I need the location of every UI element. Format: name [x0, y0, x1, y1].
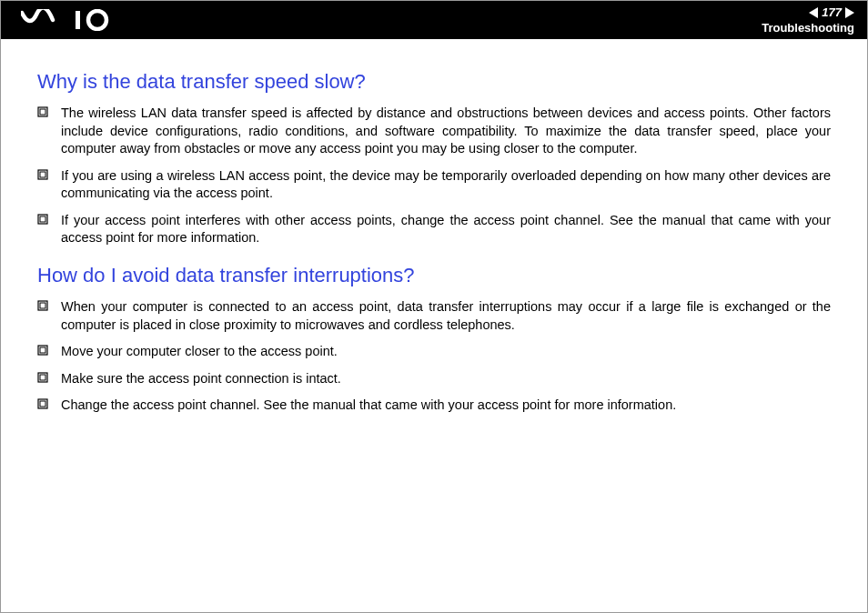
list-1: The wireless LAN data transfer speed is …	[37, 105, 831, 247]
page-header: 177 Troubleshooting	[1, 1, 867, 39]
vaio-logo	[21, 9, 121, 31]
list-item: The wireless LAN data transfer speed is …	[37, 105, 831, 158]
list-item-text: Make sure the access point connection is…	[61, 370, 831, 388]
list-item: When your computer is connected to an ac…	[37, 298, 831, 334]
list-item: If you are using a wireless LAN access p…	[37, 167, 831, 203]
page: 177 Troubleshooting Why is the data tran…	[0, 0, 868, 613]
svg-point-1	[88, 11, 106, 29]
svg-rect-15	[40, 401, 45, 407]
checkbox-bullet-icon	[37, 300, 48, 311]
list-item: Move your computer closer to the access …	[37, 343, 831, 361]
prev-page-icon[interactable]	[809, 7, 818, 18]
heading-1: Why is the data transfer speed slow?	[37, 70, 831, 94]
page-content: Why is the data transfer speed slow? The…	[1, 39, 867, 415]
svg-rect-13	[40, 375, 45, 380]
svg-rect-7	[40, 216, 45, 222]
checkbox-bullet-icon	[37, 398, 48, 409]
list-item: Make sure the access point connection is…	[37, 370, 831, 388]
header-right: 177 Troubleshooting	[762, 5, 854, 35]
list-2: When your computer is connected to an ac…	[37, 298, 831, 415]
checkbox-bullet-icon	[37, 372, 48, 383]
list-item-text: If you are using a wireless LAN access p…	[61, 167, 831, 203]
list-item-text: Change the access point channel. See the…	[61, 397, 831, 415]
list-item-text: If your access point interferes with oth…	[61, 212, 831, 247]
checkbox-bullet-icon	[37, 106, 48, 117]
list-item: Change the access point channel. See the…	[37, 397, 831, 415]
list-item-text: When your computer is connected to an ac…	[61, 298, 831, 334]
page-number: 177	[822, 5, 842, 19]
svg-rect-3	[40, 109, 45, 115]
next-page-icon[interactable]	[845, 7, 854, 18]
section-title: Troubleshooting	[762, 21, 854, 35]
checkbox-bullet-icon	[37, 169, 48, 180]
heading-2: How do I avoid data transfer interruptio…	[37, 264, 831, 287]
list-item-text: The wireless LAN data transfer speed is …	[61, 105, 831, 158]
list-item: If your access point interferes with oth…	[37, 212, 831, 247]
page-nav: 177	[809, 5, 854, 19]
svg-rect-11	[40, 347, 45, 353]
svg-rect-0	[76, 11, 80, 29]
checkbox-bullet-icon	[37, 345, 48, 356]
svg-rect-9	[40, 303, 45, 308]
svg-rect-5	[40, 172, 45, 177]
list-item-text: Move your computer closer to the access …	[61, 343, 831, 361]
checkbox-bullet-icon	[37, 214, 48, 225]
